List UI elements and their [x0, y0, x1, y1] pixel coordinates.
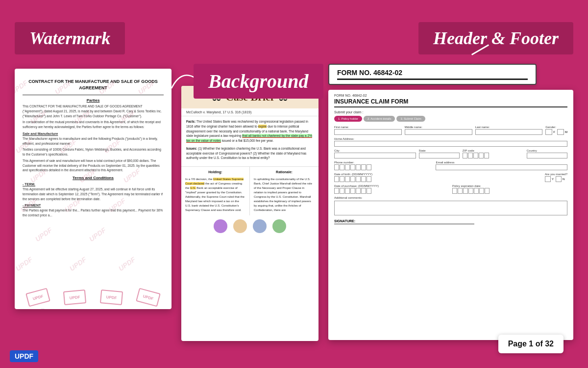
pdate-box-2[interactable]: [340, 188, 344, 194]
step-1[interactable]: 1. Policy holder: [334, 116, 362, 122]
swatch-blue[interactable]: [253, 219, 267, 233]
city-field: City:: [334, 149, 416, 158]
state-input[interactable]: [419, 153, 460, 158]
phone-box-4[interactable]: [350, 164, 355, 170]
documents-container: UPDF UPDF UPDF UPDF UPDF UPDF UPDF UPDF …: [15, 59, 573, 353]
name-row: First name: Middle name: Last name: Gend…: [334, 126, 567, 135]
pexp-box-5[interactable]: [474, 188, 479, 194]
pexp-box-2[interactable]: [458, 188, 463, 194]
city-label: City:: [334, 149, 416, 152]
phone-box-5[interactable]: [356, 164, 361, 170]
married-label: Are you married?: [545, 173, 567, 176]
zip-box-1[interactable]: [463, 153, 467, 158]
cursor: ↖: [39, 305, 49, 309]
gender-m-box[interactable]: [557, 129, 564, 135]
brief-holding: Holding: In a 7/0 decision, the United S…: [181, 167, 250, 215]
gender-f-box[interactable]: [545, 129, 552, 135]
step-3[interactable]: 3. Submit Claim: [396, 116, 425, 122]
comments-input[interactable]: [334, 201, 567, 215]
purchase-date-field: Date of purchase: (DD/MM/YYYY): [334, 184, 449, 194]
zip-box-4[interactable]: [479, 153, 484, 158]
insurance-form-document: FORM NO. 46842-02 INSURANCE CLAIM FORM S…: [328, 90, 573, 340]
watermark-banner-label: Watermark: [29, 28, 110, 48]
dates-row: Date of purchase: (DD/MM/YYYY) Poli: [334, 184, 567, 194]
stamp-3: UPDF: [100, 289, 123, 305]
rationale-label: Rationale:: [254, 170, 315, 175]
pdate-box-1[interactable]: [334, 188, 339, 194]
wm19: UPDF: [15, 256, 34, 273]
updf-logo-text: UPDF: [15, 352, 33, 360]
gender-m-label: M: [565, 131, 567, 133]
brief-case-name: McCulloch v. Maryland, 17 U.S. 316 (1819…: [181, 108, 318, 116]
terms-text: This Agreement will be effective startin…: [23, 187, 164, 201]
signature-section: SIGNATURE:: [334, 219, 567, 224]
zip-box-2[interactable]: [468, 153, 473, 158]
brief-rationale: Rationale: In upholding the constitution…: [250, 167, 318, 215]
last-name-input[interactable]: [475, 129, 543, 135]
middle-name-input[interactable]: [405, 129, 472, 135]
parties-text: This CONTRACT FOR THE MANUFACTURE AND SA…: [23, 104, 164, 118]
married-n-box[interactable]: [556, 176, 562, 182]
dob-box-4[interactable]: [350, 176, 355, 182]
signature-line[interactable]: [334, 224, 474, 224]
updf-logo[interactable]: UPDF: [10, 350, 38, 362]
location-row: City: State ZIP code: [334, 149, 567, 158]
comments-label: Additional comments:: [334, 196, 567, 199]
swatch-purple[interactable]: [214, 219, 227, 233]
pexp-box-1[interactable]: [452, 188, 457, 194]
zip-box-5[interactable]: [484, 153, 489, 158]
phone-box-1[interactable]: [334, 164, 339, 170]
dob-box-3[interactable]: [345, 176, 350, 182]
pdate-box-7[interactable]: [367, 188, 371, 194]
country-input[interactable]: [527, 153, 567, 158]
first-name-field: First name:: [334, 126, 402, 135]
phone-box-6[interactable]: [361, 164, 366, 170]
submit-label: Submit your claim :: [334, 110, 567, 114]
dob-box-7[interactable]: [367, 176, 371, 182]
swatch-peach[interactable]: [233, 219, 247, 233]
email-input[interactable]: [436, 164, 567, 170]
country-field: Country: [527, 149, 567, 158]
wm18: UPDF: [88, 226, 107, 243]
contract-divider-1: [23, 95, 164, 95]
textiles-text: Textiles consisting of 10000 Cordura Fab…: [23, 147, 164, 157]
first-name-input[interactable]: [334, 129, 402, 135]
city-input[interactable]: [334, 153, 416, 158]
pexp-box-6[interactable]: [479, 188, 484, 194]
email-label: Email address: [436, 161, 567, 164]
zip-field: ZIP code: [463, 149, 524, 158]
dob-box-5[interactable]: [356, 176, 361, 182]
zip-box-3[interactable]: [473, 153, 478, 158]
pexp-box-3[interactable]: [463, 188, 468, 194]
middle-name-field: Middle name:: [405, 126, 472, 135]
payment-text-1: This Agreement of sale and manufacture w…: [23, 158, 164, 173]
form-no-banner-label: FORM NO. 46842-02: [337, 69, 528, 77]
pexp-box-4[interactable]: [468, 188, 473, 194]
pdate-box-5[interactable]: [356, 188, 361, 194]
swatch-green[interactable]: [272, 219, 286, 233]
pexp-box-7[interactable]: [485, 188, 490, 194]
pdate-box-6[interactable]: [361, 188, 366, 194]
brief-bottom: Holding: In a 7/0 decision, the United S…: [181, 166, 318, 215]
parties-heading: Parties: [23, 98, 164, 103]
home-address-input[interactable]: [334, 141, 567, 147]
home-address-field: Home Address:: [334, 137, 567, 147]
phone-box-3[interactable]: [345, 164, 350, 170]
page-counter: Page 1 of 32: [498, 335, 564, 353]
pdate-box-3[interactable]: [345, 188, 350, 194]
stamp-4: UPDF: [136, 288, 161, 307]
phone-box-7[interactable]: [367, 164, 371, 170]
dob-box-2[interactable]: [340, 176, 344, 182]
step-2[interactable]: 2. Accident details: [364, 116, 395, 122]
issues-text: (1) Whether the legislation chartering t…: [186, 147, 306, 160]
consideration-text: In consideration of the mutual promises …: [23, 120, 164, 130]
last-name-label: Last name:: [475, 126, 543, 129]
dob-box-1[interactable]: [334, 176, 339, 182]
holding-label: Holding:: [185, 170, 245, 175]
phone-box-2[interactable]: [340, 164, 344, 170]
dob-box-6[interactable]: [361, 176, 366, 182]
form-steps: 1. Policy holder 2. Accident details 3. …: [334, 116, 567, 122]
married-y-box[interactable]: [545, 176, 551, 182]
brief-body: Facts: The United States Bank was rechar…: [181, 116, 318, 166]
pdate-box-4[interactable]: [350, 188, 355, 194]
